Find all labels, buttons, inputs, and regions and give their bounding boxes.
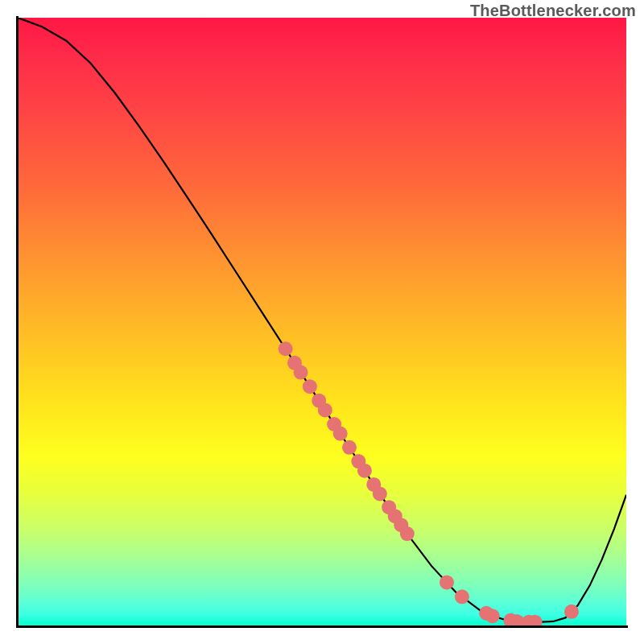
plot-area [18, 18, 626, 626]
marker-group [279, 341, 579, 626]
data-point [279, 341, 293, 356]
data-point [400, 526, 415, 541]
data-point [342, 440, 357, 455]
data-point [373, 486, 387, 501]
data-point [318, 402, 332, 417]
data-point [357, 464, 372, 478]
data-point [303, 379, 317, 394]
data-point [294, 365, 308, 380]
data-point [333, 427, 348, 441]
data-point [564, 605, 579, 619]
data-point [440, 575, 454, 589]
bottleneck-curve [18, 18, 626, 622]
watermark-text: TheBottlenecker.com [470, 2, 636, 20]
chart-container: TheBottlenecker.com [0, 0, 644, 644]
data-point [485, 609, 500, 623]
data-point [455, 589, 469, 604]
chart-overlay-svg [18, 18, 626, 626]
